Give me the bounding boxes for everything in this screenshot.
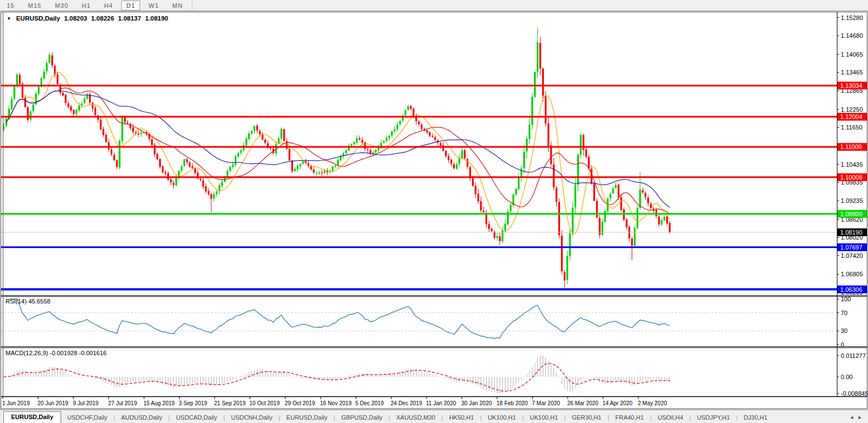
date-tick-label: 3 Sep 2019 <box>179 400 208 406</box>
price-tick-label: 1.12250 <box>841 106 863 113</box>
timeframe-button-m30[interactable]: M30 <box>50 1 73 11</box>
date-tick-label: 7 Mar 2020 <box>532 400 561 406</box>
date-tick-label: 15 Aug 2019 <box>143 400 175 406</box>
tab-scroll-left-icon[interactable]: ◄ <box>849 415 854 420</box>
price-tick-label: 1.07420 <box>841 252 863 259</box>
price-tag-label: 1.08800 <box>840 211 862 217</box>
price-tick-label: 1.14065 <box>841 51 863 58</box>
date-tick-label: 26 Mar 2020 <box>567 400 599 406</box>
price-tag-label: 1.11009 <box>840 143 862 150</box>
price-tick-label: 1.11650 <box>841 124 862 131</box>
chart-tab-bar: EURUSD,DailyUSDCHF,Daily|AUDUSD,Daily|US… <box>0 410 868 423</box>
price-tick-label: 1.10435 <box>841 161 863 168</box>
tab-ger30-h1[interactable]: GER30,H1 <box>566 412 607 423</box>
mt4-terminal: { "toolbar": { "items": [ {"label":"15",… <box>0 0 868 423</box>
tab-audusd-daily[interactable]: AUDUSD,Daily <box>115 412 168 423</box>
timeframe-button-h4[interactable]: H4 <box>99 1 118 11</box>
tab-usdcnh-daily[interactable]: USDCNH,Daily <box>225 412 279 423</box>
quote-high: 1.08226 <box>91 15 115 22</box>
date-tick-label: 5 Dec 2019 <box>355 400 384 406</box>
tab-usdcad-daily[interactable]: USDCAD,Daily <box>170 412 224 423</box>
price-tag-label: 1.12004 <box>840 113 862 120</box>
symbol-collapse-icon[interactable]: ▼ <box>7 16 11 21</box>
tab-usoil-h4[interactable]: USOil,H4 <box>652 412 690 423</box>
rsi-indicator-label: RSI(14) 45.6558 <box>6 298 51 305</box>
date-tick-label: 9 Jul 2019 <box>73 400 99 406</box>
date-tick-label: 20 Jun 2019 <box>38 400 68 406</box>
price-tick-label: 1.14680 <box>841 32 863 39</box>
date-tick-label: 11 Jan 2020 <box>426 400 457 406</box>
symbol-name: EURUSD,Daily <box>16 15 60 22</box>
tab-usdjpy-h1[interactable]: USDJPY,H1 <box>691 412 736 423</box>
rsi-tick-label: 0 <box>841 341 844 348</box>
date-tick-label: 16 Nov 2019 <box>320 400 352 406</box>
price-tick-label: 1.06805 <box>841 271 863 277</box>
date-tick-label: 21 Sep 2019 <box>214 400 246 406</box>
price-tag-label: 1.08190 <box>840 229 862 236</box>
tab-eurusd-daily[interactable]: EURUSD,Daily <box>3 411 61 423</box>
macd-indicator-label: MACD(12,26,9) -0.001928 -0.001616 <box>6 350 107 356</box>
quote-close: 1.08190 <box>145 15 168 22</box>
tab-usdchf-daily[interactable]: USDCHF,Daily <box>61 412 113 423</box>
tab-fra40-h1[interactable]: FRA40,H1 <box>609 412 649 423</box>
chart-window: 1.152801.146801.140651.134651.128651.122… <box>0 11 868 410</box>
date-tick-label: 18 Feb 2020 <box>497 400 528 406</box>
tab-uk100-h1[interactable]: UK100,H1 <box>524 412 564 423</box>
toolbar-separator <box>192 1 192 10</box>
date-tick-label: 27 Jul 2019 <box>108 400 137 406</box>
price-tag-label: 1.10008 <box>840 174 862 181</box>
timeframe-toolbar: 15M15M30H1H4D1W1MN <box>0 0 868 11</box>
tab-dj30-h1[interactable]: DJ30,H1 <box>737 412 773 423</box>
date-tick-label: 30 Jan 2020 <box>462 400 492 406</box>
timeframe-button-h1[interactable]: H1 <box>77 1 96 11</box>
tab-xauusd-m30[interactable]: XAUUSD,M30 <box>390 412 442 423</box>
symbol-quote-line: ▼ EURUSD,Daily 1.08203 1.08226 1.08137 1… <box>7 15 168 22</box>
rsi-tick-label: 70 <box>841 310 847 316</box>
tab-uk100-h1[interactable]: UK100,H1 <box>482 412 522 423</box>
timeframe-button-mn[interactable]: MN <box>167 1 188 11</box>
price-tick-label: 1.09235 <box>841 197 863 204</box>
macd-tick-label: -0.008845 <box>841 390 868 397</box>
date-tick-label: 1 Jun 2019 <box>2 400 30 406</box>
price-tag-label: 1.06306 <box>840 286 862 293</box>
date-tick-label: 24 Dec 2019 <box>391 400 423 406</box>
quote-low: 1.08137 <box>118 15 141 22</box>
chart-canvas[interactable]: 1.152801.146801.140651.134651.128651.122… <box>0 11 868 410</box>
quote-open: 1.08203 <box>64 15 87 22</box>
timeframe-button-m15[interactable]: M15 <box>23 1 46 11</box>
tab-eurusd-daily[interactable]: EURUSD,Daily <box>280 412 334 423</box>
tab-scroll-right-icon[interactable]: ► <box>857 415 862 420</box>
date-tick-label: 29 Oct 2019 <box>285 400 315 406</box>
tab-hk50-h1[interactable]: HK50,H1 <box>443 412 480 423</box>
price-tick-label: 1.15280 <box>841 14 863 21</box>
tab-scroll-nav: ◄► <box>849 415 868 423</box>
tab-gbpusd-daily[interactable]: GBPUSD,Daily <box>335 412 389 423</box>
macd-tick-label: 0.011277 <box>841 352 866 359</box>
timeframe-button-15[interactable]: 15 <box>2 1 19 11</box>
price-tick-label: 1.13465 <box>841 69 863 76</box>
price-tag-label: 1.13034 <box>840 82 862 89</box>
date-tick-label: 2 May 2020 <box>638 400 667 406</box>
date-tick-label: 14 Apr 2020 <box>603 400 633 406</box>
macd-tick-label: 0.00 <box>841 374 852 380</box>
timeframe-button-d1[interactable]: D1 <box>121 1 140 11</box>
rsi-tick-label: 30 <box>841 327 847 334</box>
date-tick-label: 10 Oct 2019 <box>250 400 280 406</box>
timeframe-button-w1[interactable]: W1 <box>143 1 164 11</box>
price-tag-label: 1.07697 <box>840 244 862 251</box>
